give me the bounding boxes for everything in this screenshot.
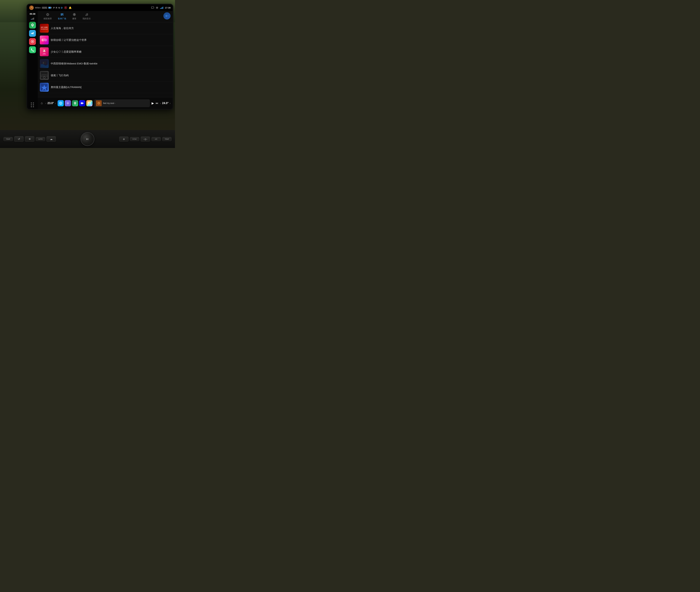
svg-point-35 xyxy=(45,50,46,51)
sidebar: 05:39 xyxy=(27,11,38,109)
music-item-3[interactable]: 少女心♡丨恋爱是颗苹果糖 xyxy=(38,46,172,58)
svg-rect-20 xyxy=(61,15,62,15)
btn-ac[interactable]: A/C xyxy=(151,137,161,141)
btn-recirculate[interactable]: ↺ xyxy=(14,136,23,142)
home-button[interactable]: ⌂ xyxy=(40,100,44,106)
tab-playlist[interactable]: 歌单广场 xyxy=(55,12,69,21)
message-icon xyxy=(151,6,154,9)
nav-tabs: 精彩推荐 歌单广场 播客 xyxy=(38,11,172,22)
svg-marker-21 xyxy=(63,15,63,16)
btn-defrost-front[interactable]: ☁ xyxy=(47,136,56,142)
btn-auto[interactable]: AUTO xyxy=(36,137,45,141)
gear-r: R xyxy=(56,6,57,9)
tab-radio[interactable]: 播客 xyxy=(69,12,80,21)
svg-rect-48 xyxy=(81,102,83,104)
notification-icon: 🔔 xyxy=(69,6,71,9)
now-playing[interactable]: feel my soul - xyxy=(94,99,150,107)
center-knob[interactable]: ⏯ xyxy=(81,132,94,146)
temp-right-increase[interactable]: › xyxy=(170,102,170,105)
playlist-indicator-btn[interactable] xyxy=(163,12,170,19)
physical-controls: TEMP ↺ ❄ AUTO ☁ ⏯ ⊕ SYNC ◁▷ A/C TEMP xyxy=(0,130,175,148)
music-list: HEY JUDETHE BEATLES 人生海海，欲往何方 软萌合唱丨让可爱治愈… xyxy=(38,22,172,98)
svg-point-32 xyxy=(44,39,47,41)
thumb-5 xyxy=(40,71,49,80)
player-controls: ▶ ⏭ xyxy=(152,101,158,105)
now-playing-thumb xyxy=(96,100,102,106)
music-item-4[interactable]: 中西部情绪侠/Midwest EMO-数摇-twinkle xyxy=(38,58,172,69)
svg-point-8 xyxy=(157,7,157,8)
sidebar-item-phone[interactable] xyxy=(29,46,36,53)
gear-p: P xyxy=(53,6,55,9)
svg-rect-19 xyxy=(61,14,63,15)
thumb-3 xyxy=(40,47,49,56)
svg-rect-50 xyxy=(88,102,89,103)
svg-point-56 xyxy=(98,103,99,104)
tab-playlist-label: 歌单广场 xyxy=(58,17,66,20)
thumb-6 xyxy=(40,83,49,92)
status-bar: 665km CLTC P R N D xyxy=(27,4,172,11)
thumb-1: HEY JUDETHE BEATLES xyxy=(40,24,49,33)
distance-label: 665km xyxy=(35,7,41,9)
music-item-6[interactable]: 奥特曼主题曲[ULTRAMAN] xyxy=(38,81,172,93)
thumb-2 xyxy=(40,36,49,44)
status-icons: 17:39 xyxy=(151,6,170,9)
svg-point-34 xyxy=(43,50,44,51)
svg-rect-18 xyxy=(61,13,63,14)
tab-mymusic[interactable]: 我的音乐 xyxy=(80,12,94,21)
music-title-4: 中西部情绪侠/Midwest EMO-数摇-twinkle xyxy=(51,62,97,65)
svg-rect-27 xyxy=(165,16,167,17)
mymusic-icon xyxy=(85,13,88,17)
music-item-1[interactable]: HEY JUDETHE BEATLES 人生海海，欲往何方 xyxy=(38,22,172,34)
sidebar-item-map[interactable] xyxy=(29,22,36,29)
now-playing-title: feel my soul - xyxy=(103,102,148,104)
temp-left-increase[interactable]: › xyxy=(55,102,56,105)
thumb-4 xyxy=(40,59,49,68)
sidebar-more[interactable] xyxy=(31,102,34,107)
music-item-5[interactable]: 後搖丨飞行岛屿 xyxy=(38,69,172,81)
play-pause-button[interactable]: ▶ xyxy=(152,101,154,105)
bottom-app-maps[interactable] xyxy=(72,100,78,106)
controls-right: ⊕ SYNC ◁▷ A/C TEMP xyxy=(119,137,171,142)
btn-seat-heat[interactable]: ⊕ xyxy=(119,137,129,142)
svg-point-47 xyxy=(75,103,76,103)
screen-display: 665km CLTC P R N D xyxy=(27,4,172,109)
svg-rect-53 xyxy=(90,103,91,105)
bottom-app-settings[interactable] xyxy=(65,100,71,106)
svg-rect-26 xyxy=(165,16,167,16)
temp-left-decrease[interactable]: ‹ xyxy=(45,102,46,105)
btn-temp-left[interactable]: TEMP xyxy=(3,137,13,141)
bottom-apps xyxy=(58,100,93,106)
sidebar-item-netease[interactable] xyxy=(29,38,36,45)
status-left: 665km CLTC P R N D xyxy=(29,5,151,10)
screen-bezel: 665km CLTC P R N D xyxy=(27,4,173,110)
btn-fan[interactable]: ❄ xyxy=(25,136,34,142)
gear-d: D xyxy=(61,6,62,9)
bottom-app-multicolor[interactable] xyxy=(86,100,93,106)
svg-rect-6 xyxy=(151,7,154,8)
music-item-2[interactable]: 软萌合唱丨让可爱治愈这个世界 xyxy=(38,34,172,46)
btn-temp-right[interactable]: TEMP xyxy=(162,137,171,141)
svg-rect-51 xyxy=(90,102,91,103)
sidebar-item-telegram[interactable] xyxy=(29,30,36,37)
signal-strength xyxy=(160,6,163,9)
temp-left-control: ‹ 23.0° › xyxy=(45,102,56,105)
bottom-app-video[interactable] xyxy=(79,100,85,106)
next-button[interactable]: ⏭ xyxy=(156,102,158,105)
radio-icon xyxy=(73,13,76,17)
clock: 17:39 xyxy=(165,6,170,9)
gear-n: N xyxy=(58,6,60,9)
bottom-player-bar: ⌂ ‹ 23.0° › xyxy=(38,97,172,109)
svg-point-0 xyxy=(31,6,32,8)
svg-point-46 xyxy=(67,103,68,104)
sidebar-time: 05:39 xyxy=(30,13,35,15)
bottom-app-browser[interactable] xyxy=(58,100,64,106)
svg-rect-39 xyxy=(41,72,48,79)
sidebar-signal xyxy=(31,17,34,20)
btn-sync[interactable]: SYNC xyxy=(130,137,139,141)
tab-featured[interactable]: 精彩推荐 xyxy=(41,12,55,21)
svg-point-5 xyxy=(65,7,66,8)
temp-right-decrease[interactable]: ‹ xyxy=(160,102,161,105)
temp-left-value: 23.0° xyxy=(47,102,54,105)
btn-seat-vent[interactable]: ◁▷ xyxy=(141,137,150,142)
network-badge: CLTC xyxy=(42,7,47,9)
